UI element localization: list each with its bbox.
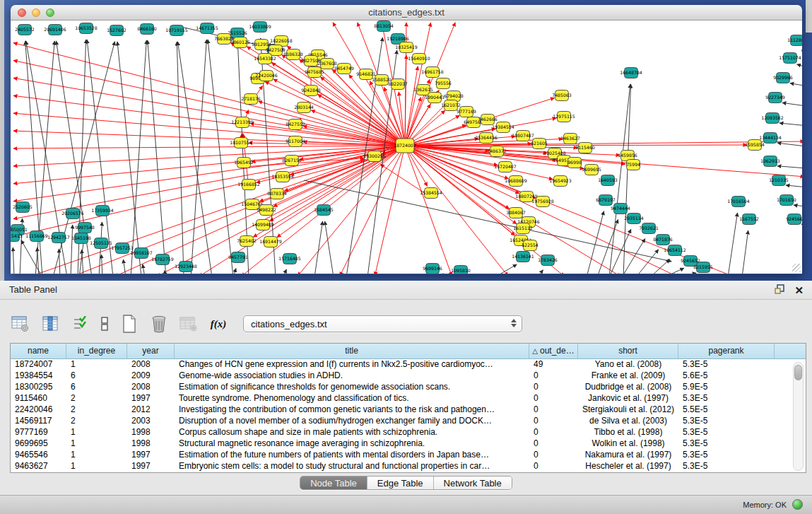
column-header-short[interactable]: short (578, 344, 678, 358)
graph-node[interactable]: 16961758 (421, 67, 444, 78)
row-height-icon[interactable] (99, 314, 110, 334)
graph-node[interactable]: 1783426 (538, 255, 558, 266)
graph-node[interactable]: 8454749 (334, 64, 354, 74)
graph-node[interactable]: 9777169 (457, 107, 476, 117)
tab-node-table[interactable]: Node Table (300, 477, 367, 489)
table-row[interactable]: 946554611997Estimation of the future num… (11, 450, 806, 461)
graph-node[interactable]: 7485063 (552, 90, 572, 101)
graph-node[interactable]: 19166852 (237, 180, 260, 190)
graph-node[interactable]: 20206576 (61, 209, 84, 219)
minimize-window-icon[interactable] (32, 8, 40, 17)
graph-node[interactable]: 1062913 (760, 156, 780, 167)
table-vertical-scrollbar[interactable] (793, 362, 804, 471)
graph-node[interactable]: 9699146 (423, 264, 442, 274)
graph-node[interactable]: 14099489 (252, 220, 274, 230)
citation-network-graph[interactable]: 2405572206914061065352815276028466160107… (11, 21, 802, 274)
graph-node[interactable]: 2520605 (13, 202, 33, 213)
graph-node[interactable]: 1095810 (451, 266, 471, 274)
scrollbar-thumb[interactable] (794, 365, 802, 380)
graph-node[interactable]: 10688609 (505, 176, 527, 187)
canvas-resize-grip[interactable] (792, 264, 801, 272)
graph-node[interactable]: 17359934 (91, 206, 114, 216)
table-row[interactable]: 1872400712008Changes of HCN gene express… (11, 359, 806, 370)
graph-node[interactable]: 20691406 (44, 25, 66, 35)
graph-node[interactable]: 12923448 (175, 262, 197, 272)
delete-column-icon[interactable] (178, 314, 199, 334)
graph-node[interactable]: 1545198 (71, 233, 91, 244)
graph-node[interactable]: 10719155 (165, 25, 188, 36)
graph-node[interactable]: 1167552 (739, 214, 759, 225)
graph-node[interactable]: 9474444 (611, 204, 630, 214)
graph-node[interactable]: 2935114 (624, 214, 644, 224)
column-header-year[interactable]: year (127, 344, 175, 358)
table-column-icon[interactable] (40, 314, 61, 334)
table-settings-icon[interactable] (10, 314, 31, 334)
graph-node[interactable]: 7625402 (237, 236, 257, 247)
graph-node[interactable]: 17016504 (727, 197, 750, 207)
graph-node[interactable]: 1701650 (777, 195, 796, 206)
graph-node[interactable]: 14136141 (512, 252, 534, 262)
graph-node[interactable]: 15751074 (779, 53, 801, 64)
graph-node[interactable]: 7932621 (639, 223, 659, 234)
graph-node[interactable]: 16914479 (259, 237, 282, 247)
graph-node[interactable]: 2718176 (241, 94, 261, 105)
graph-node[interactable]: 2405572 (15, 25, 35, 35)
table-row[interactable]: 1456911722003Disruption of a novel membe… (11, 416, 806, 427)
graph-node[interactable]: 9463627 (560, 134, 580, 144)
column-header-out_degree[interactable]: △out_de… (529, 344, 578, 358)
tab-edge-table[interactable]: Edge Table (367, 477, 434, 489)
graph-node[interactable]: 6879197 (596, 195, 616, 206)
new-table-icon[interactable] (119, 314, 140, 334)
float-panel-icon[interactable] (774, 284, 785, 298)
graph-node[interactable]: 8466160 (137, 24, 157, 35)
graph-node[interactable]: 9227349 (765, 93, 785, 103)
graph-node[interactable]: 12975115 (553, 112, 575, 122)
graph-node[interactable]: 11156869 (25, 231, 48, 242)
table-row[interactable]: 977716911998Corpus callosum shape and si… (11, 427, 806, 438)
graph-node[interactable]: 19654923 (549, 176, 572, 187)
table-row[interactable]: 1830029562008Estimation of significance … (11, 382, 806, 393)
graph-node[interactable]: 12093582 (761, 113, 784, 124)
graph-node[interactable]: 9329966 (773, 73, 793, 83)
graph-node[interactable]: 16033809 (249, 22, 271, 33)
graph-node[interactable]: 522554 (522, 240, 539, 251)
column-header-title[interactable]: title (175, 344, 529, 358)
column-header-pagerank[interactable]: pagerank (678, 344, 775, 358)
graph-node[interactable]: 19384554 (492, 122, 514, 133)
graph-node[interactable]: 9117004 (286, 136, 305, 147)
graph-node[interactable]: 1210335 (769, 175, 789, 186)
graph-node[interactable]: 621605 (531, 139, 548, 149)
graph-node[interactable]: 1527602 (107, 25, 126, 36)
graph-node[interactable]: 795556 (435, 78, 452, 89)
graph-node[interactable]: 14353594 (271, 172, 294, 182)
select-columns-icon[interactable] (69, 314, 90, 334)
graph-node[interactable]: 16782759 (151, 255, 174, 265)
graph-node[interactable]: 18724007 (394, 139, 416, 153)
graph-node[interactable]: 9699695 (582, 165, 601, 175)
column-header-in_degree[interactable]: in_degree (66, 344, 127, 358)
close-window-icon[interactable] (18, 8, 26, 17)
graph-node[interactable]: 15716485 (278, 254, 301, 264)
table-row[interactable]: 2242004622012Investigating the contribut… (11, 404, 806, 416)
graph-node[interactable]: 15640910 (408, 54, 430, 64)
zoom-window-icon[interactable] (46, 8, 54, 17)
table-row[interactable]: 946362711997Embryonic stem cells: a mode… (11, 461, 806, 472)
network-window-titlebar[interactable]: citations_edges.txt (11, 5, 802, 21)
graph-node[interactable]: 10807487 (512, 131, 534, 141)
graph-node[interactable]: 16648784 (620, 68, 642, 78)
graph-node[interactable]: 9997548 (75, 223, 95, 233)
graph-node[interactable]: 10654112 (664, 245, 686, 256)
delete-table-icon[interactable] (148, 314, 170, 334)
column-header-name[interactable]: name (11, 344, 66, 358)
graph-node[interactable]: 1595854 (745, 140, 765, 151)
close-panel-icon[interactable]: ✕ (794, 284, 804, 297)
graph-node[interactable]: 1112804 (787, 35, 802, 46)
table-selector-dropdown[interactable]: citations_edges.txt (243, 315, 522, 332)
graph-node[interactable]: 8471876 (653, 235, 673, 245)
network-canvas[interactable]: 2405572206914061065352815276028466160107… (11, 21, 802, 274)
graph-node[interactable]: 10958107 (130, 248, 153, 259)
tab-network-table[interactable]: Network Table (434, 477, 512, 489)
graph-node[interactable]: 1584545 (314, 205, 334, 216)
graph-node[interactable]: 12942757 (47, 233, 70, 243)
table-row[interactable]: 1938455462009Genome-wide association stu… (11, 370, 806, 382)
